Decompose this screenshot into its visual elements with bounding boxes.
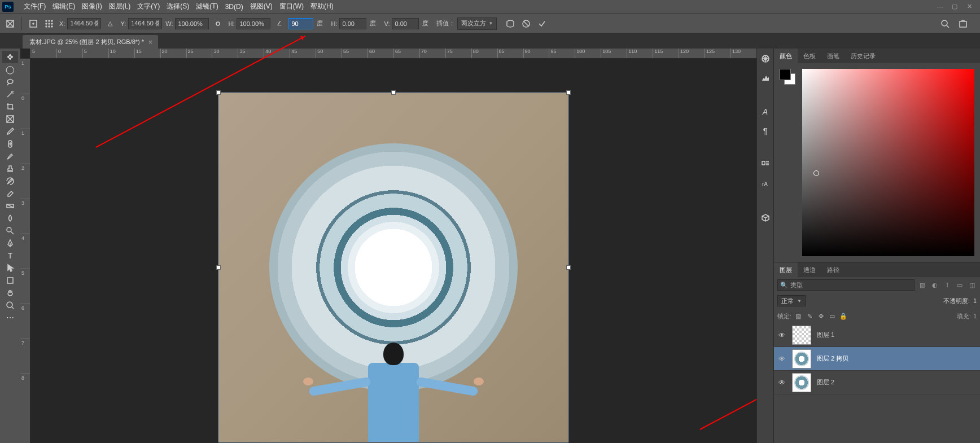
styles-panel-icon[interactable]: rA — [760, 178, 771, 190]
fill-value[interactable]: 1 — [973, 313, 977, 319]
canvas[interactable] — [30, 59, 756, 443]
lock-move-icon[interactable]: ✥ — [816, 313, 825, 320]
layer-thumbnail[interactable] — [792, 326, 811, 345]
menu-select[interactable]: 选择(S) — [163, 2, 193, 11]
healing-tool-icon[interactable] — [2, 138, 18, 150]
reference-grid-icon[interactable] — [42, 17, 56, 30]
magic-wand-tool-icon[interactable] — [2, 88, 18, 100]
stamp-tool-icon[interactable] — [2, 163, 18, 175]
histogram-panel-icon[interactable] — [760, 72, 771, 84]
navigator-panel-icon[interactable] — [760, 53, 771, 64]
lock-position-brush-icon[interactable]: ✎ — [805, 313, 814, 320]
character-panel-icon[interactable]: A — [760, 106, 771, 117]
y-input[interactable] — [128, 18, 162, 29]
edit-toolbar-icon[interactable]: ⋯ — [2, 312, 18, 324]
color-spectrum[interactable] — [802, 69, 974, 256]
eraser-tool-icon[interactable] — [2, 187, 18, 200]
skew-h-input[interactable] — [339, 18, 366, 29]
visibility-eye-icon[interactable]: 👁 — [777, 355, 786, 363]
menu-window[interactable]: 窗口(W) — [276, 2, 307, 11]
history-brush-tool-icon[interactable] — [2, 175, 18, 187]
filter-adjust-icon[interactable]: ◐ — [930, 280, 939, 290]
transform-handle-ml[interactable] — [216, 265, 221, 270]
menu-layer[interactable]: 图层(L) — [106, 2, 134, 11]
hand-tool-icon[interactable] — [2, 287, 18, 299]
commit-transform-icon[interactable] — [535, 17, 549, 30]
transform-handle-tm[interactable] — [391, 90, 396, 95]
layer-thumbnail[interactable] — [792, 349, 811, 369]
filter-shape-icon[interactable]: ▭ — [955, 280, 964, 290]
lock-artboard-icon[interactable]: ▭ — [828, 313, 837, 320]
blur-tool-icon[interactable] — [2, 212, 18, 225]
link-icon[interactable] — [211, 17, 225, 30]
frame-tool-icon[interactable] — [2, 113, 18, 125]
tab-layers[interactable]: 图层 — [774, 262, 798, 277]
tab-swatches[interactable]: 色板 — [798, 49, 821, 63]
tab-history[interactable]: 历史记录 — [845, 49, 881, 63]
menu-filter[interactable]: 滤镜(T) — [193, 2, 221, 11]
marquee-tool-icon[interactable]: ◯ — [2, 63, 18, 76]
lock-all-icon[interactable]: 🔒 — [839, 313, 848, 320]
w-input[interactable] — [175, 18, 209, 29]
visibility-eye-icon[interactable]: 👁 — [777, 379, 786, 387]
filter-smart-icon[interactable]: ◫ — [968, 280, 977, 290]
tab-brushes[interactable]: 画笔 — [821, 49, 845, 63]
search-icon[interactable] — [938, 17, 952, 30]
crop-tool-icon[interactable] — [2, 100, 18, 113]
tab-paths[interactable]: 路径 — [821, 262, 845, 277]
zoom-tool-icon[interactable] — [2, 299, 18, 312]
shape-tool-icon[interactable] — [2, 274, 18, 287]
reference-point-icon[interactable] — [27, 17, 40, 30]
brush-tool-icon[interactable] — [2, 150, 18, 163]
h-input[interactable] — [237, 18, 270, 29]
close-tab-icon[interactable]: × — [148, 38, 152, 46]
tab-channels[interactable]: 通道 — [798, 262, 821, 277]
minimize-icon[interactable]: — — [936, 3, 944, 10]
layer-thumbnail[interactable] — [792, 373, 811, 392]
layer-row[interactable]: 👁图层 1 — [774, 323, 980, 347]
menu-edit[interactable]: 编辑(E) — [49, 2, 78, 11]
glyphs-panel-icon[interactable] — [760, 159, 771, 170]
warp-icon[interactable] — [504, 17, 517, 30]
interp-select[interactable]: 两次立方▼ — [457, 17, 497, 30]
type-tool-icon[interactable]: T — [2, 249, 18, 262]
transform-handle-tr[interactable] — [566, 90, 571, 95]
lasso-tool-icon[interactable] — [2, 76, 18, 88]
menu-view[interactable]: 视图(V) — [247, 2, 276, 11]
lock-pixels-icon[interactable]: ▧ — [794, 313, 803, 320]
rotation-angle-input[interactable] — [288, 18, 313, 29]
paragraph-panel-icon[interactable]: ¶ — [760, 125, 771, 137]
visibility-eye-icon[interactable]: 👁 — [777, 331, 786, 339]
document-tab[interactable]: 素材.JPG @ 25% (图层 2 拷贝, RGB/8*) * × — [23, 35, 158, 49]
transform-handle-mr[interactable] — [566, 265, 571, 270]
layer-row[interactable]: 👁图层 2 — [774, 371, 980, 394]
move-tool-icon[interactable]: ✥ — [2, 51, 18, 63]
delta-icon[interactable]: △ — [103, 17, 117, 30]
blend-mode-select[interactable]: 正常 ▼ — [777, 295, 806, 306]
3d-panel-icon[interactable] — [760, 212, 771, 223]
menu-help[interactable]: 帮助(H) — [307, 2, 337, 11]
menu-file[interactable]: 文件(F) — [20, 2, 49, 11]
filter-pixel-icon[interactable]: ▧ — [918, 280, 927, 290]
skew-v-input[interactable] — [392, 18, 419, 29]
gradient-tool-icon[interactable] — [2, 200, 18, 212]
opacity-value[interactable]: 1 — [973, 297, 977, 304]
transform-bounding-box[interactable] — [218, 93, 568, 442]
menu-text[interactable]: 文字(Y) — [134, 2, 163, 11]
menu-image[interactable]: 图像(I) — [78, 2, 105, 11]
dodge-tool-icon[interactable] — [2, 225, 18, 237]
transform-tool-icon[interactable] — [3, 17, 17, 30]
share-icon[interactable] — [956, 17, 970, 30]
eyedropper-tool-icon[interactable] — [2, 125, 18, 138]
path-select-tool-icon[interactable] — [2, 262, 18, 274]
layer-row[interactable]: 👁图层 2 拷贝 — [774, 347, 980, 371]
x-input[interactable] — [67, 18, 101, 29]
cancel-transform-icon[interactable] — [519, 17, 533, 30]
fg-bg-swatches[interactable] — [780, 69, 795, 85]
pen-tool-icon[interactable] — [2, 237, 18, 249]
transform-handle-tl[interactable] — [216, 90, 221, 95]
tab-color[interactable]: 颜色 — [774, 49, 798, 63]
maximize-icon[interactable]: ▢ — [951, 3, 959, 10]
filter-type-icon[interactable]: T — [943, 280, 952, 290]
close-window-icon[interactable]: ✕ — [965, 3, 973, 10]
